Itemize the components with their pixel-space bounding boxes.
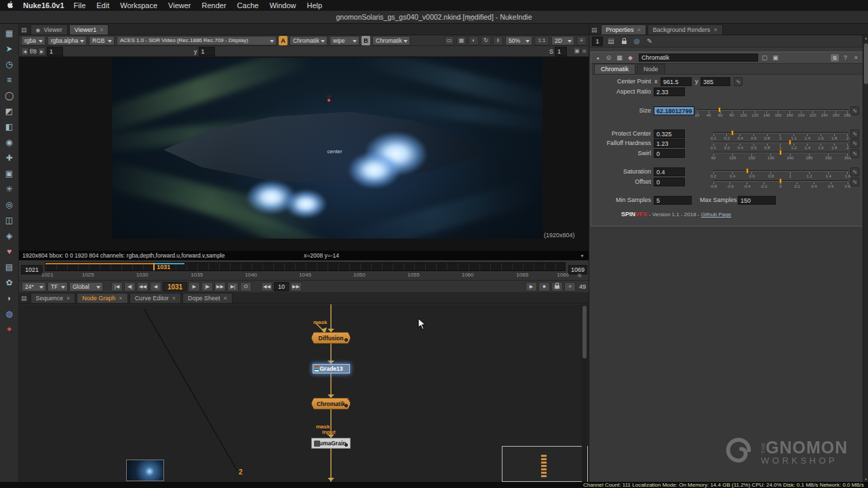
transport-button[interactable]: ◀ — [150, 282, 161, 291]
playhead[interactable] — [153, 263, 155, 270]
display-channel-select[interactable]: RGB — [89, 36, 115, 45]
b-buffer-select[interactable]: Chromatik — [372, 36, 410, 45]
b-buffer-badge[interactable]: B — [361, 36, 370, 45]
proxy-toggle[interactable]: 1:1 — [534, 36, 549, 45]
tab-dope-sheet[interactable]: Dope Sheet× — [182, 293, 233, 303]
transform-icon[interactable]: ✚ — [3, 151, 16, 164]
checker-icon[interactable]: ▦ — [456, 36, 467, 45]
wipe-mode-select[interactable]: wipe — [330, 36, 359, 45]
focus-icon[interactable]: ◎ — [632, 37, 642, 46]
roi-icon[interactable]: ▭ — [444, 36, 454, 45]
menu-item[interactable]: File — [74, 1, 86, 9]
tab-sequence[interactable]: Sequence× — [31, 293, 76, 303]
gain-toggle-icon[interactable]: ◐ — [469, 36, 479, 45]
pane-menu-icon[interactable]: ▤ — [591, 26, 597, 33]
scrollbar-thumb[interactable] — [864, 43, 868, 84]
falloff-hardness-slider[interactable]: 0.10.20.40.60.811.21.41.61.82 — [713, 139, 848, 149]
animation-curve-icon[interactable]: ∿ — [850, 149, 859, 158]
draw-icon[interactable]: ➤ — [3, 42, 16, 55]
range-start-input[interactable]: 1021 — [21, 265, 43, 274]
time-icon[interactable]: ◷ — [3, 58, 16, 70]
dimension-select[interactable]: 2D — [551, 36, 574, 45]
viewer-menu-icon[interactable]: ≡ — [576, 36, 587, 45]
droplet-icon[interactable]: ◗ — [3, 291, 16, 304]
animation-curve-icon[interactable]: ∿ — [734, 77, 743, 86]
max-samples-input[interactable]: 150 — [738, 196, 776, 205]
channel-select[interactable]: rgba — [21, 36, 45, 45]
swirl-slider[interactable]: 60105150195240285330360 — [713, 149, 848, 159]
menu-item[interactable]: Help — [307, 1, 323, 9]
frame-decrement-button[interactable]: ◀◀ — [261, 282, 273, 291]
3d-icon[interactable]: ▣ — [3, 167, 16, 180]
maximize-icon[interactable]: ▢ — [468, 12, 474, 24]
tab-properties[interactable]: Properties× — [601, 24, 646, 35]
tab-chromatik[interactable]: Chromatik — [594, 64, 635, 74]
frame-increment-button[interactable]: ▶▶ — [290, 282, 302, 291]
node-chromatik[interactable]: Chromatik — [311, 398, 351, 409]
graph-vertical-scrollbar[interactable] — [582, 304, 587, 482]
zoom-handle-icon[interactable]: ≋ — [582, 48, 587, 54]
menu-item[interactable]: Render — [202, 1, 226, 9]
close-properties-button[interactable]: × — [852, 53, 861, 63]
snapshot-icon[interactable]: ▣ — [771, 53, 780, 63]
close-icon[interactable]: × — [119, 295, 122, 302]
views-icon[interactable]: ◫ — [3, 214, 16, 226]
animation-curve-icon[interactable]: ∿ — [850, 167, 859, 176]
tab-node-graph[interactable]: Node Graph× — [77, 293, 127, 303]
gizmo-icon[interactable]: ✿ — [3, 276, 16, 289]
deep-icon[interactable]: ◎ — [3, 198, 16, 211]
size-input[interactable]: 62.18012799 — [654, 106, 694, 115]
swirl-input[interactable]: 0 — [654, 149, 685, 158]
close-icon[interactable]: × — [223, 295, 226, 302]
transport-button[interactable]: ▶▶ — [214, 282, 226, 291]
minimize-icon[interactable]: − — [458, 12, 462, 24]
saturation-input[interactable]: 0.4 — [654, 167, 685, 176]
tab-background-renders[interactable]: Background Renders× — [648, 24, 723, 35]
viewer-process-select[interactable]: ACES 1.0 - SDR Video (Rec.1886 Rec.709 -… — [117, 36, 277, 45]
close-icon[interactable]: × — [637, 26, 641, 33]
a-buffer-select[interactable]: Chromatik — [290, 36, 328, 45]
zoom-select[interactable]: 50% — [505, 36, 532, 45]
alpha-channel-select[interactable]: rgba.alpha — [47, 36, 87, 45]
scrollbar-thumb[interactable] — [583, 306, 587, 359]
node-graph-canvas[interactable]: mask Diffusion Grade13 Chromatik mask in… — [19, 304, 589, 482]
timeline-zoom-icon[interactable]: ≋ — [577, 272, 582, 279]
mask-icon[interactable]: ◆ — [626, 53, 635, 63]
app-menu[interactable]: Nuke16.0v1 — [23, 1, 64, 9]
merge-icon[interactable]: ◉ — [3, 136, 16, 148]
checker-small-icon[interactable]: ▦ — [573, 47, 580, 55]
transport-button[interactable]: ◀◀ — [137, 282, 149, 291]
center-point-overlay[interactable]: center — [328, 148, 342, 155]
plugins-icon[interactable]: ✦ — [3, 323, 16, 336]
backdrop-outline[interactable] — [502, 446, 588, 482]
node-thumbnail[interactable] — [126, 460, 164, 481]
transport-button[interactable]: |▶ — [201, 282, 213, 291]
refresh-icon[interactable]: ↻ — [481, 36, 491, 45]
ocula-icon[interactable]: ◍ — [3, 307, 16, 320]
saturation-slider[interactable]: 0.20.40.60.811.21.41.6 — [713, 167, 848, 178]
falloff-hardness-input[interactable]: 1.23 — [654, 139, 685, 148]
float-panel-icon[interactable]: ▢ — [760, 53, 769, 63]
size-slider[interactable]: 20406080100120140160180200220240260280 — [697, 106, 848, 117]
menu-item[interactable]: Workspace — [120, 1, 157, 9]
aspect-ratio-input[interactable]: 2.33 — [654, 87, 685, 96]
frame-range-scope-select[interactable]: Global — [69, 282, 103, 291]
image-icon[interactable]: ▦ — [3, 26, 16, 39]
loop-button[interactable]: O — [240, 282, 252, 291]
center-point-x-input[interactable]: 961.5 — [660, 77, 692, 86]
scroll-down-icon[interactable]: ▼ — [863, 477, 868, 481]
transport-button[interactable]: ▶ — [189, 282, 200, 291]
tab-curve-editor[interactable]: Curve Editor× — [130, 293, 181, 303]
timeline-mode-select[interactable]: TF — [47, 282, 68, 291]
menu-item[interactable]: Cache — [237, 1, 259, 9]
tab-viewer1[interactable]: Viewer1 × — [69, 24, 109, 35]
edit-icon[interactable]: ✎ — [645, 37, 654, 46]
particles-icon[interactable]: ✳ — [3, 182, 16, 195]
frame-increment-input[interactable]: 10 — [274, 282, 289, 291]
menu-item[interactable]: Viewer — [168, 1, 191, 9]
close-icon[interactable]: × — [713, 26, 717, 33]
channels-icon[interactable]: ▦ — [615, 53, 624, 63]
transport-button[interactable]: ◀| — [124, 282, 136, 291]
menu-item[interactable]: Window — [269, 1, 296, 9]
gain-decrease-button[interactable]: ◀ — [21, 47, 28, 56]
